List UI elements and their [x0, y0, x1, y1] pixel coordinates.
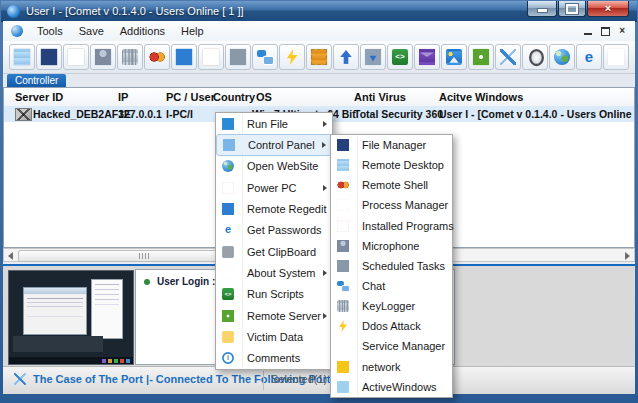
keylogger-icon — [337, 300, 349, 312]
remote-server-label: Remote Server — [247, 310, 321, 322]
get-clipboard-label: Get ClipBoard — [247, 246, 316, 258]
remote-shell-icon — [149, 49, 165, 65]
mdi-restore-icon[interactable] — [601, 27, 610, 36]
col-pc-user[interactable]: PC / User — [166, 88, 215, 106]
submenu-arrow-icon — [323, 313, 327, 319]
installed-programs-button[interactable] — [198, 44, 224, 70]
remote-regedit-button[interactable] — [171, 44, 197, 70]
menu-item-run-scripts[interactable]: Run Scripts — [216, 284, 332, 305]
process-manager-button[interactable] — [63, 44, 89, 70]
menu-item-run-file[interactable]: Run File — [216, 113, 332, 134]
menu-item-power-pc[interactable]: Power PC — [216, 177, 332, 198]
file-manager-button[interactable] — [36, 44, 62, 70]
chat-button[interactable] — [252, 44, 278, 70]
remote-screen-button[interactable] — [9, 44, 35, 70]
menu-bar: Tools Save Additions Help × — [3, 21, 635, 42]
submenu-item-remote-desktop[interactable]: Remote Desktop — [331, 155, 454, 175]
menu-item-get-clipboard[interactable]: Get ClipBoard — [216, 241, 332, 262]
submenu-item-remote-shell[interactable]: Remote Shell — [331, 175, 454, 195]
menu-additions[interactable]: Additions — [112, 23, 173, 39]
col-anti-virus[interactable]: Anti Virus — [354, 88, 406, 106]
status-bar: The Case of The Port |- Connected To The… — [3, 366, 635, 394]
victim-thumbnail-icon — [15, 108, 32, 121]
submenu-item-ddos-attack[interactable]: Ddos Attack — [331, 316, 454, 336]
submenu-item-process-manager[interactable]: Process Manager — [331, 195, 454, 215]
service-manager-icon — [337, 341, 349, 353]
remote-shell-button[interactable] — [144, 44, 170, 70]
menu-item-get-passwords[interactable]: Get Passwords — [216, 220, 332, 241]
submenu-item-installed-programs[interactable]: Installed Programs — [331, 216, 454, 236]
col-ip[interactable]: IP — [118, 88, 128, 106]
menu-item-about-system[interactable]: About System — [216, 262, 332, 283]
submenu-item-keylogger[interactable]: KeyLogger — [331, 296, 454, 316]
title-bar[interactable]: User I - [Comet v 0.1.4.0 - Users Online… — [1, 1, 637, 22]
remote-desktop-icon — [337, 159, 349, 171]
scheduled-tasks-button[interactable] — [225, 44, 251, 70]
image-viewer-button[interactable] — [441, 44, 467, 70]
run-file-label: Run File — [247, 118, 288, 130]
chat-label: Chat — [362, 280, 385, 292]
col-os[interactable]: OS — [256, 88, 272, 106]
microphone-label: Microphone — [362, 240, 419, 252]
keylogger-button[interactable] — [117, 44, 143, 70]
window-title: User I - [Comet v 0.1.4.0 - Users Online… — [26, 5, 244, 17]
browser-update-button[interactable] — [360, 44, 386, 70]
email-icon — [419, 49, 435, 65]
get-clipboard-icon — [222, 246, 234, 258]
menu-item-control-panel[interactable]: Control Panel — [216, 134, 332, 155]
submenu-item-microphone[interactable]: Microphone — [331, 236, 454, 256]
keylogger-icon — [122, 49, 138, 65]
close-button[interactable]: × — [587, 1, 629, 17]
submenu-item-network[interactable]: network — [331, 357, 454, 377]
upload-button[interactable] — [333, 44, 359, 70]
scroll-right-icon[interactable] — [625, 252, 630, 260]
menu-item-remote-server[interactable]: Remote Server — [216, 305, 332, 326]
power-pc-label: Power PC — [247, 182, 297, 194]
service-manager-button[interactable] — [603, 44, 629, 70]
opera-button[interactable] — [522, 44, 548, 70]
mdi-close-icon[interactable]: × — [619, 26, 625, 36]
menu-tools[interactable]: Tools — [29, 23, 71, 39]
submenu-item-scheduled-tasks[interactable]: Scheduled Tasks — [331, 256, 454, 276]
submenu-item-service-manager[interactable]: Service Manager — [331, 336, 454, 356]
run-scripts-button[interactable] — [387, 44, 413, 70]
menu-item-victim-data[interactable]: Victim Data — [216, 326, 332, 347]
run-scripts-icon — [222, 288, 234, 300]
log-bullet-icon — [144, 279, 150, 285]
col-active-windows[interactable]: Acitve Windows — [439, 88, 523, 106]
desktop-preview[interactable] — [8, 270, 134, 365]
settings-button[interactable] — [468, 44, 494, 70]
menu-save[interactable]: Save — [71, 23, 112, 39]
submenu-item-file-manager[interactable]: File Manager — [331, 135, 454, 155]
open-website-button[interactable] — [549, 44, 575, 70]
control-panel-label: Control Panel — [248, 139, 315, 151]
email-button[interactable] — [414, 44, 440, 70]
menu-item-remote-regedit[interactable]: Remote Regedit — [216, 198, 332, 219]
microphone-button[interactable] — [90, 44, 116, 70]
maximize-button[interactable] — [558, 1, 586, 17]
mdi-minimize-icon[interactable] — [584, 33, 592, 35]
submenu-item-chat[interactable]: Chat — [331, 276, 454, 296]
col-country[interactable]: Country — [213, 88, 255, 106]
menu-help[interactable]: Help — [173, 23, 212, 39]
col-server-id[interactable]: Server ID — [15, 88, 63, 106]
activewindows-icon — [337, 381, 349, 393]
ddos-attack-button[interactable] — [279, 44, 305, 70]
satellite-button[interactable] — [495, 44, 521, 70]
run-scripts-icon — [392, 49, 408, 65]
menu-item-comments[interactable]: Comments — [216, 348, 332, 369]
tab-controller[interactable]: Controller — [7, 74, 66, 87]
menu-item-open-website[interactable]: Open WebSite — [216, 156, 332, 177]
cell-pc-user: I-PC/I — [166, 106, 193, 122]
network-icon — [337, 361, 349, 373]
scroll-left-icon[interactable] — [8, 252, 13, 260]
victim-data-icon — [222, 331, 234, 343]
get-passwords-label: Get Passwords — [247, 224, 322, 236]
minimize-button[interactable] — [527, 1, 557, 17]
submenu-item-activewindows[interactable]: ActiveWindows — [331, 377, 454, 397]
remote-regedit-label: Remote Regedit — [247, 203, 327, 215]
cpu-info-button[interactable] — [306, 44, 332, 70]
get-passwords-button[interactable] — [576, 44, 602, 70]
activewindows-label: ActiveWindows — [362, 381, 437, 393]
get-passwords-icon — [581, 49, 597, 65]
